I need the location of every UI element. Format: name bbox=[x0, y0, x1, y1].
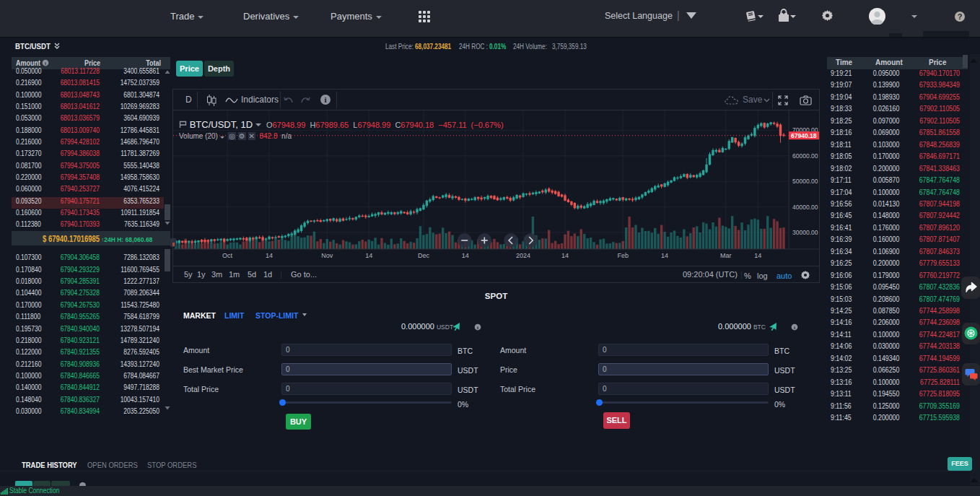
svg-text:40000.00: 40000.00 bbox=[792, 204, 818, 211]
svg-text:Dec: Dec bbox=[418, 252, 430, 259]
svg-text:67940.18: 67940.18 bbox=[791, 132, 817, 139]
svg-text:?: ? bbox=[958, 12, 963, 21]
svg-text:60000.00: 60000.00 bbox=[792, 152, 818, 160]
svg-text:Feb: Feb bbox=[617, 252, 629, 259]
svg-text:14: 14 bbox=[462, 252, 469, 259]
svg-text:i: i bbox=[477, 325, 478, 330]
svg-text:14: 14 bbox=[561, 252, 569, 259]
svg-text:30000.00: 30000.00 bbox=[792, 229, 818, 236]
svg-text:14: 14 bbox=[661, 252, 668, 259]
svg-text:i: i bbox=[324, 95, 326, 104]
svg-text:Nov: Nov bbox=[321, 252, 333, 259]
svg-text:Mar: Mar bbox=[720, 252, 732, 259]
svg-text:14: 14 bbox=[365, 252, 372, 259]
svg-text:50000.00: 50000.00 bbox=[792, 178, 818, 185]
svg-text:14: 14 bbox=[754, 252, 761, 259]
svg-text:14: 14 bbox=[266, 252, 273, 259]
svg-text:Oct: Oct bbox=[222, 252, 233, 259]
svg-text:i: i bbox=[794, 325, 795, 330]
svg-text:2024: 2024 bbox=[516, 252, 530, 259]
